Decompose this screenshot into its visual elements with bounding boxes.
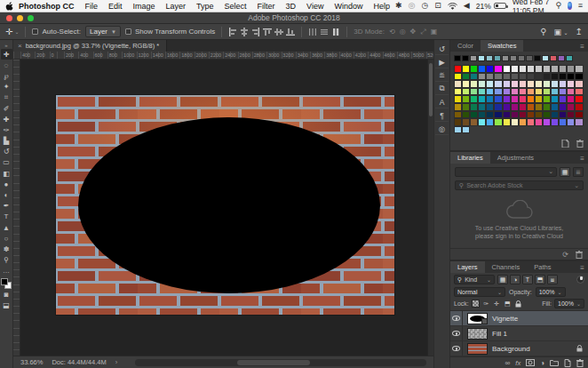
- color-swatch[interactable]: [575, 80, 583, 88]
- tab-libraries[interactable]: Libraries: [450, 152, 490, 164]
- move-tool[interactable]: ✛: [1, 49, 12, 60]
- color-swatch[interactable]: [470, 65, 478, 73]
- vertical-scrollbar[interactable]: [427, 60, 433, 356]
- notification-center-icon[interactable]: ≡: [578, 2, 583, 10]
- align-left-icon[interactable]: [228, 28, 237, 36]
- layer-visibility-toggle[interactable]: [450, 326, 463, 340]
- color-swatch[interactable]: [478, 103, 486, 111]
- delete-layer-icon[interactable]: [576, 359, 584, 367]
- lock-move-icon[interactable]: ✛: [493, 300, 501, 308]
- color-swatch[interactable]: [518, 55, 525, 61]
- lasso-tool[interactable]: ℘: [1, 70, 12, 81]
- color-swatch[interactable]: [511, 88, 519, 96]
- volume-icon[interactable]: ◀: [464, 2, 470, 10]
- layers-panel-menu-icon[interactable]: ≡: [580, 264, 584, 272]
- grid-view-button[interactable]: ▦: [560, 167, 570, 177]
- align-vcenter-icon[interactable]: [274, 28, 283, 36]
- color-swatch[interactable]: [454, 118, 462, 126]
- color-swatch[interactable]: [478, 118, 486, 126]
- device-preview-panel-icon[interactable]: ◎: [435, 123, 449, 135]
- battery-indicator[interactable]: 21%: [476, 2, 506, 11]
- color-swatch[interactable]: [527, 103, 535, 111]
- blur-tool[interactable]: ●: [1, 179, 12, 189]
- color-swatch[interactable]: [567, 88, 575, 96]
- show-transform-option[interactable]: Show Transform Controls: [125, 28, 215, 36]
- zoom-level[interactable]: 33.66%: [20, 358, 43, 366]
- color-swatch[interactable]: [470, 73, 478, 81]
- dropbox-menu-icon[interactable]: ◎: [409, 2, 416, 10]
- color-swatch[interactable]: [486, 73, 494, 81]
- color-swatch[interactable]: [575, 118, 583, 126]
- character-panel-icon[interactable]: A: [435, 96, 449, 108]
- canvas-document[interactable]: [56, 95, 394, 315]
- color-swatch[interactable]: [543, 95, 551, 103]
- current-tool-icon[interactable]: ✛ ⌄: [5, 27, 19, 36]
- color-swatch[interactable]: [575, 65, 583, 73]
- color-swatch[interactable]: [462, 65, 470, 73]
- color-swatch[interactable]: [519, 73, 527, 81]
- color-swatch[interactable]: [519, 80, 527, 88]
- color-swatch[interactable]: [494, 118, 502, 126]
- color-swatch[interactable]: [478, 73, 486, 81]
- color-swatch[interactable]: [527, 111, 535, 119]
- color-swatch[interactable]: [462, 111, 470, 119]
- color-swatch[interactable]: [478, 88, 486, 96]
- color-swatch[interactable]: [559, 103, 567, 111]
- color-swatch[interactable]: [559, 80, 567, 88]
- menu-item-type[interactable]: Type: [191, 2, 219, 11]
- color-swatch[interactable]: [510, 55, 517, 61]
- delete-swatch-icon[interactable]: [576, 140, 584, 148]
- color-swatch[interactable]: [486, 95, 494, 103]
- color-swatch[interactable]: [543, 118, 551, 126]
- color-swatch[interactable]: [527, 118, 535, 126]
- zoom-tool[interactable]: ⚲: [1, 255, 12, 266]
- color-swatch[interactable]: [575, 111, 583, 119]
- color-swatch[interactable]: [503, 80, 511, 88]
- color-swatch[interactable]: [551, 65, 559, 73]
- color-swatch[interactable]: [454, 95, 462, 103]
- edit-toolbar[interactable]: …: [1, 266, 12, 276]
- menu-item-image[interactable]: Image: [128, 2, 161, 11]
- fill-dropdown[interactable]: 100% ⌄: [554, 299, 584, 308]
- color-swatch[interactable]: [470, 95, 478, 103]
- paragraph-panel-icon[interactable]: ¶: [435, 109, 449, 122]
- color-swatch[interactable]: [503, 65, 511, 73]
- color-swatch[interactable]: [511, 80, 519, 88]
- color-swatch[interactable]: [535, 111, 543, 119]
- distribute-hspacing-icon[interactable]: [331, 28, 340, 36]
- color-swatch[interactable]: [527, 95, 535, 103]
- close-tab-icon[interactable]: ×: [18, 42, 22, 50]
- auto-select-checkbox[interactable]: [32, 28, 38, 35]
- menu-item-window[interactable]: Window: [329, 2, 368, 11]
- color-swatch[interactable]: [567, 80, 575, 88]
- eyedropper-tool[interactable]: ✐: [1, 103, 12, 114]
- layer-visibility-toggle[interactable]: [450, 341, 463, 356]
- color-swatch[interactable]: [494, 88, 502, 96]
- color-swatch[interactable]: [454, 80, 462, 88]
- wifi-icon[interactable]: [448, 3, 457, 10]
- color-swatch[interactable]: [551, 80, 559, 88]
- color-swatch[interactable]: [542, 55, 549, 61]
- color-swatch[interactable]: [535, 73, 543, 81]
- color-swatch[interactable]: [478, 111, 486, 119]
- color-swatch[interactable]: [519, 103, 527, 111]
- show-transform-checkbox[interactable]: [125, 28, 131, 35]
- canvas-viewport[interactable]: [20, 60, 427, 356]
- color-swatch[interactable]: [550, 55, 557, 61]
- color-swatch[interactable]: [551, 118, 559, 126]
- color-swatch[interactable]: [535, 88, 543, 96]
- color-swatch[interactable]: [567, 73, 575, 81]
- 3d-camera-icon[interactable]: ▣: [431, 28, 438, 36]
- library-dropdown[interactable]: [455, 167, 557, 177]
- type-tool[interactable]: T: [1, 212, 12, 222]
- tab-adjustments[interactable]: Adjustments: [490, 152, 541, 164]
- actions-panel-icon[interactable]: ▶: [435, 56, 449, 68]
- filter-pixel-layers-icon[interactable]: ▦: [497, 275, 508, 284]
- color-swatch[interactable]: [462, 73, 470, 81]
- distribute-vcenter-icon[interactable]: [320, 28, 329, 36]
- color-swatch[interactable]: [494, 95, 502, 103]
- color-swatch[interactable]: [511, 103, 519, 111]
- pen-tool[interactable]: ✒: [1, 201, 12, 212]
- color-swatch[interactable]: [454, 73, 462, 81]
- airplay-icon[interactable]: ⊡: [434, 2, 441, 10]
